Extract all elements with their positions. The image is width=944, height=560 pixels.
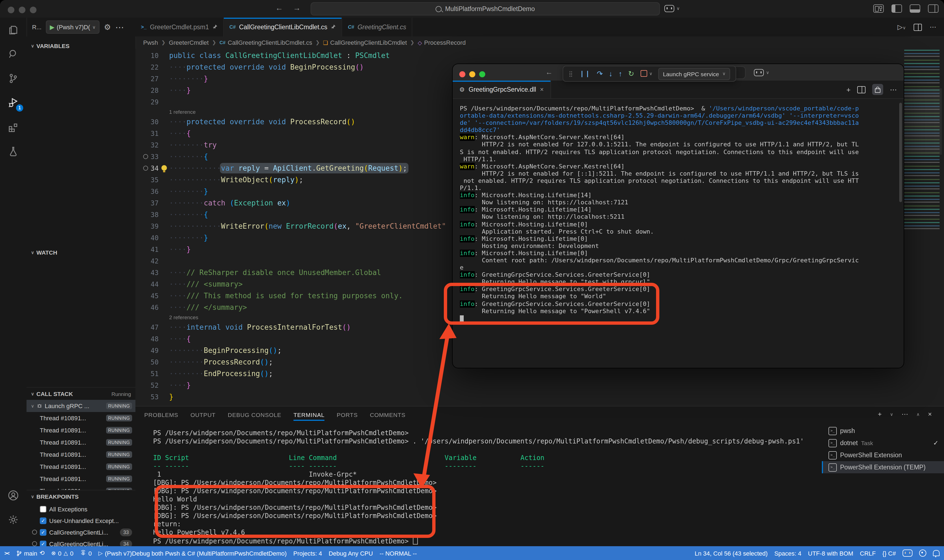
debug-more-actions-icon[interactable]: ⋯ bbox=[115, 22, 124, 32]
breakpoint-checkbox[interactable]: ✓ bbox=[40, 517, 46, 524]
callstack-thread-row[interactable]: Thread #10891...RUNNING bbox=[26, 485, 136, 490]
breadcrumb[interactable]: Pwsh❯GreeterCmdlet❯C#CallGreetingClientL… bbox=[136, 37, 912, 49]
testing-icon[interactable] bbox=[0, 139, 26, 163]
panel-tab-output[interactable]: OUTPUT bbox=[190, 406, 216, 423]
split-editor-icon[interactable] bbox=[913, 23, 922, 31]
close-panel-icon[interactable]: × bbox=[928, 410, 932, 418]
extensions-icon[interactable] bbox=[0, 115, 26, 139]
customize-layout-icon[interactable] bbox=[873, 5, 884, 13]
terminal-list-item[interactable]: >_PowerShell Extension (TEMP) bbox=[822, 461, 944, 473]
callstack-thread-row[interactable]: Thread #10891...RUNNING bbox=[26, 436, 136, 448]
minimize-window-icon[interactable] bbox=[469, 71, 475, 77]
stop-icon[interactable] bbox=[640, 69, 647, 79]
terminal-list-item[interactable]: >_pwsh bbox=[822, 425, 944, 437]
pin-icon[interactable] bbox=[212, 23, 218, 31]
panel-tab-ports[interactable]: PORTS bbox=[337, 406, 358, 423]
language-mode-indicator[interactable]: {} C# bbox=[882, 550, 896, 556]
toolbar-drag-handle[interactable]: ⣿ bbox=[569, 71, 574, 77]
more-actions-icon[interactable]: ⋯ bbox=[890, 85, 897, 94]
projects-indicator[interactable]: Projects: 4 bbox=[293, 550, 322, 556]
build-config-indicator[interactable]: Debug Any CPU bbox=[329, 550, 373, 556]
step-into-icon[interactable]: ↓ bbox=[609, 69, 612, 78]
copilot-status-icon[interactable] bbox=[902, 549, 913, 557]
close-window-icon[interactable] bbox=[459, 71, 465, 77]
breadcrumb-item[interactable]: ProcessRecord bbox=[424, 39, 466, 46]
indentation-indicator[interactable]: Spaces: 4 bbox=[774, 550, 801, 556]
tab-CallGreetingClientLibCmdlet.cs[interactable]: C#CallGreetingClientLibCmdlet.cs bbox=[224, 18, 342, 37]
new-terminal-icon[interactable]: + bbox=[878, 410, 882, 418]
callstack-session-row[interactable]: ∨Launch gRPC ...RUNNING bbox=[26, 400, 136, 412]
breakpoint-row[interactable]: All Exceptions bbox=[26, 503, 136, 515]
history-back-icon[interactable]: ← bbox=[546, 68, 553, 76]
callstack-thread-row[interactable]: Thread #10891...RUNNING bbox=[26, 412, 136, 424]
ports-indicator[interactable]: 0 bbox=[80, 550, 92, 556]
search-sidebar-icon[interactable] bbox=[0, 42, 26, 66]
stop-chevron-icon[interactable]: ∨ bbox=[649, 71, 652, 76]
pause-icon[interactable]: ❘❘ bbox=[580, 70, 591, 77]
panel-more-actions-icon[interactable]: ⋯ bbox=[901, 410, 908, 418]
terminal-list-item[interactable]: >_dotnetTask✓ bbox=[822, 437, 944, 449]
pin-icon[interactable] bbox=[331, 23, 336, 31]
branch-indicator[interactable]: main ⟲ bbox=[16, 549, 45, 557]
zoom-window-icon[interactable] bbox=[30, 7, 37, 13]
variables-section-header[interactable]: ∨VARIABLES bbox=[26, 40, 140, 52]
close-tab-icon[interactable]: × bbox=[540, 86, 544, 93]
breakpoint-row[interactable]: ✓CallGreetingClientLi...33 bbox=[26, 526, 136, 538]
command-center-search[interactable]: MultiPlatformPwshCmdletDemo bbox=[311, 2, 660, 15]
callstack-thread-row[interactable]: Thread #10891...RUNNING bbox=[26, 461, 136, 473]
step-over-icon[interactable]: ↷ bbox=[597, 69, 603, 78]
tab-greetinggrpcservice[interactable]: ⚙ GreetingGrpcService.dll × bbox=[453, 81, 551, 98]
accounts-icon[interactable] bbox=[0, 483, 26, 508]
debug-session-indicator[interactable]: ▷(Pwsh v7)Debug both Pwsh & C# (MultiPla… bbox=[99, 550, 287, 556]
cursor-position-indicator[interactable]: Ln 34, Col 56 (43 selected) bbox=[695, 550, 768, 556]
tab-GreeterCmdlet.psm1[interactable]: >_GreeterCmdlet.psm1 bbox=[136, 18, 224, 37]
zoom-window-icon[interactable] bbox=[479, 71, 485, 77]
history-back-icon[interactable]: ← bbox=[275, 3, 283, 12]
terminal-list-item[interactable]: >_PowerShell Extension bbox=[822, 449, 944, 461]
run-file-button[interactable]: ▷∨ bbox=[898, 23, 906, 31]
copilot-menu[interactable]: ∨ bbox=[754, 69, 769, 76]
callstack-thread-row[interactable]: Thread #10891...RUNNING bbox=[26, 473, 136, 485]
lightbulb-icon[interactable] bbox=[161, 165, 167, 171]
minimap-slider[interactable] bbox=[902, 88, 942, 155]
breadcrumb-item[interactable]: CallGreetingClientLibCmdlet.cs bbox=[228, 39, 312, 46]
start-debug-icon[interactable]: ▶ bbox=[50, 23, 54, 31]
eol-indicator[interactable]: CRLF bbox=[860, 550, 876, 556]
settings-gear-icon[interactable] bbox=[0, 508, 26, 532]
debug-settings-gear-icon[interactable]: ⚙ bbox=[104, 23, 111, 31]
restart-icon[interactable]: ↻ bbox=[628, 69, 634, 78]
breadcrumb-item[interactable]: CallGreetingClientLibCmdlet bbox=[330, 39, 407, 46]
toggle-secondary-sidebar-icon[interactable] bbox=[928, 5, 938, 13]
breadcrumb-item[interactable]: GreeterCmdlet bbox=[169, 39, 209, 46]
breakpoints-section-header[interactable]: ∨BREAKPOINTS bbox=[26, 490, 140, 503]
lock-icon[interactable] bbox=[872, 84, 883, 95]
traffic-lights[interactable] bbox=[8, 6, 41, 15]
callstack-section-header[interactable]: ∨CALL STACK Running bbox=[26, 387, 136, 400]
step-out-icon[interactable]: ↑ bbox=[619, 69, 622, 78]
callstack-thread-row[interactable]: Thread #10891...RUNNING bbox=[26, 424, 136, 436]
breakpoint-checkbox[interactable] bbox=[40, 506, 46, 512]
close-window-icon[interactable] bbox=[8, 7, 14, 13]
toggle-panel-icon[interactable] bbox=[910, 5, 920, 13]
run-and-debug-icon[interactable]: 1 bbox=[0, 91, 26, 115]
split-terminal-icon[interactable] bbox=[857, 86, 865, 93]
launch-config-select[interactable]: Launch gRPC service∨ bbox=[659, 68, 730, 80]
new-terminal-icon[interactable]: + bbox=[847, 85, 851, 94]
encoding-indicator[interactable]: UTF-8 with BOM bbox=[808, 550, 853, 556]
maximize-panel-icon[interactable]: ∧ bbox=[916, 412, 920, 417]
csharp-status-icon[interactable] bbox=[919, 549, 926, 557]
notifications-bell-icon[interactable] bbox=[933, 550, 939, 556]
toggle-primary-sidebar-icon[interactable] bbox=[892, 5, 902, 13]
panel-tab-comments[interactable]: COMMENTS bbox=[370, 406, 406, 423]
source-control-icon[interactable] bbox=[0, 66, 26, 91]
panel-tab-problems[interactable]: PROBLEMS bbox=[144, 406, 178, 423]
panel-tab-debug-console[interactable]: DEBUG CONSOLE bbox=[228, 406, 281, 423]
history-forward-icon[interactable]: → bbox=[293, 3, 301, 12]
minimize-window-icon[interactable] bbox=[19, 7, 25, 13]
callstack-thread-row[interactable]: Thread #10891...RUNNING bbox=[26, 448, 136, 461]
breadcrumb-item[interactable]: Pwsh bbox=[143, 39, 158, 46]
problems-indicator[interactable]: ⊗0 △0 bbox=[51, 550, 74, 556]
breakpoint-row[interactable]: ✓User-Unhandled Except... bbox=[26, 515, 136, 526]
explorer-icon[interactable] bbox=[0, 18, 26, 42]
debug-config-dropdown[interactable]: ▶ (Pwsh v7)D( ∨ bbox=[46, 20, 99, 34]
